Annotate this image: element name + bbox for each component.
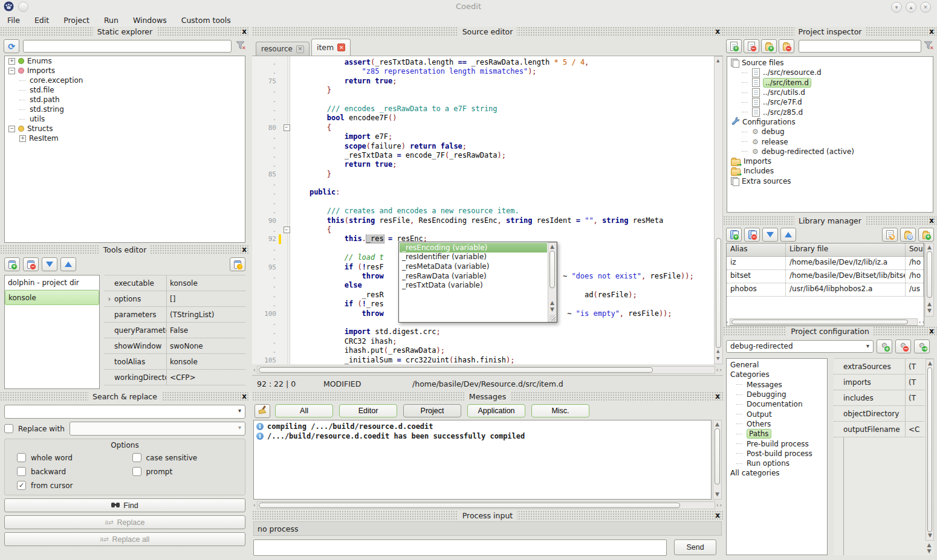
panel-close-icon[interactable]: x (715, 511, 720, 520)
property-row[interactable]: extraSources(T (834, 359, 924, 375)
completion-item[interactable]: _resRawData (variable) (400, 271, 547, 281)
completion-item[interactable]: _resMetaData (variable) (400, 262, 547, 271)
property-value[interactable]: (T (906, 378, 924, 387)
project-tree-item[interactable]: Includes (728, 166, 932, 176)
property-value[interactable]: <C (906, 425, 924, 434)
code-line[interactable]: 85 } (252, 170, 713, 179)
scroll-left-icon[interactable]: ‹ (253, 503, 256, 508)
property-value[interactable]: (TStringList) (167, 311, 245, 319)
project-tree-item[interactable]: Configurations (728, 117, 932, 127)
property-value[interactable]: <CFP> (167, 373, 245, 382)
code-line[interactable]: 105 _initialSum = crc322uint(ihash.finis… (252, 356, 713, 365)
messages-horizontal-scrollbar[interactable] (257, 501, 715, 509)
configuration-category[interactable]: General (728, 360, 826, 370)
code-line[interactable]: . return true; (252, 160, 713, 169)
search-option[interactable]: prompt (125, 467, 241, 476)
code-line[interactable]: . /// encodes _resRawData to a e7F strin… (252, 105, 713, 114)
library-column-header[interactable]: Sources (906, 243, 924, 256)
configuration-category[interactable]: Debugging (728, 390, 826, 399)
code-line[interactable]: . _resTxtData = encode_7F(_resRawData); (252, 151, 713, 160)
configuration-category[interactable]: Messages (728, 380, 826, 390)
checkbox-icon[interactable] (132, 453, 141, 462)
symbol-tree-item[interactable]: +ResItem (5, 134, 245, 143)
property-row[interactable]: includes(T (834, 390, 924, 406)
configuration-category[interactable]: All categories (728, 468, 826, 478)
panel-close-icon[interactable]: x (715, 392, 720, 401)
project-tree-item[interactable]: ⚙release (728, 137, 932, 146)
code-line[interactable]: . } (252, 86, 713, 95)
replace-all-button[interactable]: a⇄ Replace all (4, 532, 245, 546)
checkbox-icon[interactable] (17, 467, 26, 476)
scroll-left-icon[interactable]: ‹ (716, 503, 719, 508)
property-value[interactable]: konsole (167, 358, 245, 366)
code-line[interactable]: . (252, 95, 713, 105)
add-source-button[interactable]: + (726, 39, 742, 53)
property-row[interactable]: queryParametersFalse (105, 323, 245, 338)
clone-configuration-button[interactable]: ⚙→ (914, 340, 930, 353)
code-line[interactable]: 75 return true; (252, 77, 713, 86)
minimize-button[interactable]: ▾ (891, 2, 902, 13)
move-tool-down-button[interactable] (42, 257, 57, 271)
editor-tab-item[interactable]: item✕ (311, 39, 351, 56)
library-column-header[interactable]: Alias (727, 243, 786, 256)
property-row[interactable]: ›options[] (105, 291, 245, 307)
code-line[interactable]: . /// creates and encodes a new resource… (252, 207, 713, 216)
resize-grip[interactable] (550, 315, 556, 321)
scroll-left-icon[interactable]: ‹ (726, 320, 728, 325)
collapse-icon[interactable]: − (8, 126, 15, 132)
completion-item[interactable]: _resIdentifier (variable) (400, 253, 547, 262)
property-row[interactable]: showWindowswoNone (105, 338, 245, 354)
message-row[interactable]: i/.../build/resource.d.coedit has been s… (256, 431, 708, 441)
find-button[interactable]: Find (4, 498, 245, 512)
menu-item-windows[interactable]: Windows (126, 16, 174, 25)
configuration-category[interactable]: Post-build process (728, 449, 826, 459)
property-value[interactable]: (T (906, 394, 924, 402)
completion-item[interactable]: _resEncoding (variable) (400, 243, 547, 253)
clear-messages-button[interactable] (255, 404, 270, 418)
add-tool-button[interactable]: + (4, 257, 20, 271)
menu-item-edit[interactable]: Edit (27, 16, 56, 25)
panel-close-icon[interactable]: x (242, 392, 247, 401)
property-row[interactable]: toolAliaskonsole (105, 354, 245, 370)
menu-item-custom-tools[interactable]: Custom tools (174, 16, 238, 25)
messages-vertical-scrollbar[interactable]: ▲ ▼ (713, 420, 722, 500)
property-row[interactable]: executablekonsole (105, 275, 245, 291)
scroll-right-icon[interactable]: › (719, 367, 722, 373)
configuration-select[interactable]: debug-redirected ▾ (726, 340, 874, 353)
project-tree-item[interactable]: ⚙debug-redirected (active) (728, 147, 932, 156)
close-button[interactable]: ✕ (920, 2, 931, 13)
symbol-tree-item[interactable]: std.string (5, 105, 245, 114)
library-row[interactable]: bitset/home/basile/Dev/Bitset/lib/bitse/… (727, 270, 924, 283)
remove-folder-button[interactable]: − (779, 39, 794, 53)
configuration-category[interactable]: Documentation (728, 399, 826, 409)
tab-close-icon[interactable]: ✕ (337, 43, 345, 51)
code-line[interactable]: . import e7F; (252, 132, 713, 141)
symbol-tree-item[interactable]: std.path (5, 95, 245, 105)
project-tree-item[interactable]: ../src/resource.d (728, 68, 932, 77)
editor-horizontal-scrollbar[interactable] (257, 366, 715, 374)
move-library-down-button[interactable] (762, 228, 778, 242)
project-tree-item[interactable]: Extra sources (728, 176, 932, 186)
property-row[interactable]: objectDirectory (834, 406, 924, 422)
run-tool-button[interactable]: ⚡ (230, 257, 245, 271)
configuration-category[interactable]: Categories (728, 370, 826, 379)
message-filter-editor[interactable]: Editor (339, 404, 397, 417)
menu-item-file[interactable]: File (0, 16, 27, 25)
configuration-category[interactable]: Others (728, 419, 826, 429)
remove-tool-button[interactable]: − (23, 257, 39, 271)
property-row[interactable]: parameters(TStringList) (105, 307, 245, 323)
move-tool-up-button[interactable] (60, 257, 76, 271)
code-line[interactable]: . public: (252, 188, 713, 197)
search-option[interactable]: backward (10, 467, 125, 476)
move-library-up-button[interactable] (780, 228, 796, 242)
add-library-folder-button[interactable]: + (918, 228, 934, 242)
tab-close-icon[interactable]: ✕ (296, 45, 304, 53)
library-horizontal-scrollbar[interactable] (730, 318, 918, 326)
project-tree-item[interactable]: Imports (728, 156, 932, 166)
search-option[interactable]: whole word (10, 453, 125, 462)
filter-icon[interactable]: ✕ (235, 40, 246, 52)
project-tree-item[interactable]: ⚙debug (728, 127, 932, 137)
edit-library-button[interactable]: ✎ (882, 228, 898, 242)
tool-list-item[interactable]: dolphin - project dir (5, 275, 99, 290)
code-line[interactable]: . "z85 representation length mismatches"… (252, 67, 713, 76)
